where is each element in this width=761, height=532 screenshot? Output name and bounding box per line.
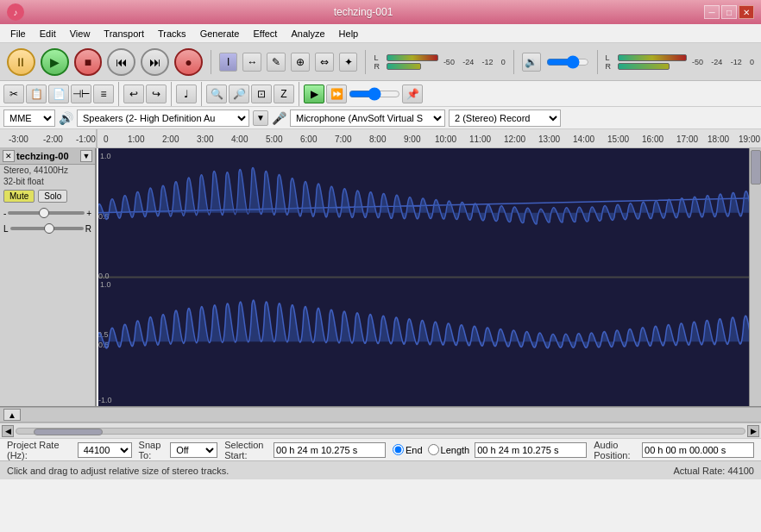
svg-text:1.0: 1.0 (100, 280, 111, 289)
silence-button[interactable]: ≡ (93, 84, 114, 103)
output-settings-button[interactable]: ▼ (253, 110, 268, 126)
hscrollbar[interactable]: ◀ ▶ (0, 422, 761, 438)
pan-left-label: L (3, 224, 9, 234)
track-area: ✕ techzing-00 ▼ Stereo, 44100Hz 32-bit f… (0, 148, 761, 407)
svg-text:15:00: 15:00 (607, 135, 629, 144)
zoom-out-button[interactable]: 🔎 (229, 84, 249, 103)
snap-to-select[interactable]: Off Nearest (170, 442, 217, 458)
mute-button[interactable]: Mute (3, 190, 35, 203)
zoom-in-button[interactable]: 🔍 (206, 84, 227, 103)
project-rate-label: Project Rate (Hz): (7, 440, 74, 460)
track-controls-panel: ✕ techzing-00 ▼ Stereo, 44100Hz 32-bit f… (0, 148, 97, 406)
output-device-select[interactable]: Speakers (2- High Definition Au (77, 110, 249, 127)
separator-8 (299, 82, 299, 106)
speaker-icon: 🔊 (59, 111, 73, 125)
undo-button[interactable]: ↩ (123, 84, 144, 103)
waveform-svg: 1.0 0.5 0.0 -0.5 1.0 0.5 -1.0 (97, 148, 761, 406)
sel-start-label: Selection Start: (224, 440, 270, 460)
menu-edit[interactable]: Edit (33, 27, 63, 41)
separator-2 (365, 50, 366, 74)
multi-tool-button[interactable]: ✦ (339, 53, 358, 72)
scroll-right-button[interactable]: ▶ (747, 425, 759, 437)
snap-to-label: Snap To: (139, 440, 167, 460)
svg-text:11:00: 11:00 (469, 135, 491, 144)
sel-start-input[interactable]: 00 h 24 m 10.275 s (274, 442, 386, 458)
audio-pos-input[interactable]: 00 h 00 m 00.000 s (642, 442, 754, 458)
scroll-track[interactable] (16, 428, 745, 435)
menu-help[interactable]: Help (332, 27, 366, 41)
vu-left-label: L (374, 53, 378, 62)
copy-button[interactable]: 📋 (26, 84, 47, 103)
svg-text:12:00: 12:00 (504, 135, 525, 144)
svg-text:8:00: 8:00 (369, 135, 387, 144)
draw-tool-button[interactable]: ✎ (267, 53, 286, 72)
menu-generate[interactable]: Generate (193, 27, 247, 41)
window-controls: ─ □ ✕ (702, 5, 754, 19)
menu-file[interactable]: File (3, 27, 33, 41)
channels-select[interactable]: 2 (Stereo) Record (449, 110, 561, 127)
window-title: techzing-001 (24, 6, 702, 18)
zoom-tool-button[interactable]: ⊕ (291, 53, 310, 72)
actual-rate-text: Actual Rate: 44100 (673, 466, 754, 476)
sel-end-input[interactable]: 00 h 24 m 10.275 s (475, 442, 587, 458)
minimize-button[interactable]: ─ (704, 5, 720, 19)
menu-analyze[interactable]: Analyze (284, 27, 331, 41)
skip-forward-button[interactable]: ⏭ (141, 48, 169, 76)
maximize-button[interactable]: □ (721, 5, 737, 19)
svg-text:7:00: 7:00 (335, 135, 352, 144)
redo-button[interactable]: ↪ (146, 84, 167, 103)
play-speed-slider[interactable] (349, 88, 400, 100)
scroll-thumb[interactable] (34, 429, 103, 435)
length-radio[interactable] (428, 444, 439, 455)
solo-button[interactable]: Solo (38, 190, 67, 203)
fit-project-button[interactable]: ⊡ (251, 84, 272, 103)
play-speed-button[interactable]: ⏩ (326, 84, 347, 103)
gain-minus-label: - (3, 209, 6, 218)
envelope-tool-button[interactable]: ↔ (242, 53, 261, 72)
pin-play-button[interactable]: 📌 (402, 84, 423, 103)
trim-button[interactable]: ⊣⊢ (71, 84, 91, 103)
end-radio[interactable] (393, 444, 404, 455)
track-menu-button[interactable]: ▼ (80, 150, 92, 162)
separator-6 (171, 82, 172, 106)
gain-slider-thumb[interactable] (39, 208, 49, 218)
svg-text:10:00: 10:00 (435, 135, 456, 144)
pause-button[interactable]: ⏸ (7, 48, 35, 76)
vscrollbar[interactable] (749, 148, 761, 406)
zoom-sel-button[interactable]: Z (274, 84, 294, 103)
pan-slider-thumb[interactable] (44, 223, 54, 234)
menu-effect[interactable]: Effect (247, 27, 285, 41)
selection-tool-button[interactable]: I (219, 53, 238, 72)
track-close-button[interactable]: ✕ (3, 150, 15, 162)
metronome-button[interactable]: ♩ (176, 84, 197, 103)
gain-decrease-button[interactable]: 🔉 (522, 53, 541, 72)
scroll-left-button[interactable]: ◀ (2, 425, 14, 437)
menu-view[interactable]: View (63, 27, 97, 41)
waveform-display[interactable]: 1.0 0.5 0.0 -0.5 1.0 0.5 -1.0 (97, 148, 761, 406)
skip-back-button[interactable]: ⏮ (107, 48, 135, 76)
timeshift-tool-button[interactable]: ⇔ (315, 53, 334, 72)
menu-transport[interactable]: Transport (97, 27, 151, 41)
separator-5 (118, 82, 119, 106)
cut-button[interactable]: ✂ (3, 84, 24, 103)
time-ruler: -3:00 -2:00 -1:00 0 1:00 2:00 3:00 4:00 … (0, 129, 761, 148)
paste-button[interactable]: 📄 (48, 84, 69, 103)
collapse-button[interactable]: ▲ (3, 409, 21, 421)
close-button[interactable]: ✕ (739, 5, 754, 19)
play-once-button[interactable]: ▶ (304, 84, 324, 103)
input-device-select[interactable]: Microphone (AnvSoft Virtual S (290, 110, 445, 127)
stop-button[interactable]: ■ (74, 48, 103, 76)
input-gain-slider[interactable] (546, 56, 589, 68)
menu-tracks[interactable]: Tracks (151, 27, 193, 41)
edit-toolbar: ✂ 📋 📄 ⊣⊢ ≡ ↩ ↪ ♩ 🔍 🔎 ⊡ Z ▶ ⏩ 📌 (0, 81, 761, 107)
titlebar: ♪ techzing-001 ─ □ ✕ (0, 0, 761, 24)
play-button[interactable]: ▶ (41, 48, 69, 76)
record-button[interactable]: ● (174, 48, 203, 76)
separator-1 (211, 50, 211, 74)
end-radio-label[interactable]: End (393, 444, 423, 455)
api-select[interactable]: MME DirectSound WASAPI (3, 110, 55, 127)
vscroll-thumb[interactable] (751, 150, 761, 185)
vu-out-left-label: L (605, 53, 609, 62)
length-radio-label[interactable]: Length (428, 444, 470, 455)
project-rate-select[interactable]: 44100 48000 22050 (78, 442, 132, 458)
